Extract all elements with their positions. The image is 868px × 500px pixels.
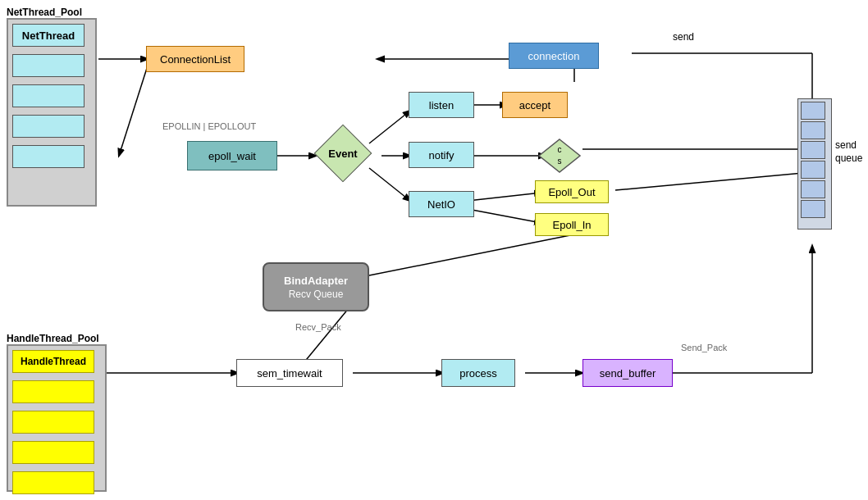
- connectionlist-box: ConnectionList: [146, 46, 244, 72]
- sq-item2: [801, 121, 825, 139]
- epoll-wait-box: epoll_wait: [187, 141, 277, 170]
- svg-line-15: [353, 234, 578, 279]
- epoll-out-box: Epoll_Out: [535, 180, 609, 203]
- sq-item6: [801, 200, 825, 218]
- send-buffer-box: send_buffer: [582, 359, 673, 387]
- netthread-box: NetThread: [12, 24, 85, 47]
- netio-box: NetIO: [409, 191, 474, 217]
- send-label: send: [673, 31, 694, 43]
- svg-marker-23: [539, 139, 580, 172]
- svg-line-1: [119, 66, 148, 156]
- svg-text:c: c: [558, 145, 562, 154]
- svg-line-14: [615, 172, 812, 190]
- handlethread-box2: [12, 380, 94, 403]
- notify-box: notify: [409, 142, 474, 168]
- listen-box: listen: [409, 92, 474, 118]
- netthread-box5: [12, 145, 85, 168]
- svg-text:s: s: [558, 157, 562, 166]
- send-pack-label: Send_Pack: [681, 343, 727, 352]
- sem-timewait-box: sem_timewait: [236, 359, 343, 387]
- sq-item4: [801, 161, 825, 179]
- cs-diamond: c s: [537, 138, 582, 174]
- connection-box: connection: [509, 43, 599, 69]
- recv-pack-label: Recv_Pack: [295, 322, 341, 332]
- handlethread-box3: [12, 411, 94, 434]
- net-pool-container: NetThread: [7, 18, 97, 207]
- sq-item1: [801, 102, 825, 120]
- handle-pool-container: HandleThread: [7, 344, 107, 492]
- svg-line-13: [468, 209, 541, 223]
- net-pool-label: NetThread_Pool: [7, 7, 82, 18]
- epoll-in-box: Epoll_In: [535, 213, 609, 236]
- netthread-box4: [12, 115, 85, 138]
- diagram: NetThread_Pool NetThread ConnectionList …: [0, 0, 868, 500]
- svg-line-12: [468, 193, 541, 201]
- process-box: process: [441, 359, 515, 387]
- arrows-svg: [0, 0, 868, 500]
- handlethread-box5: [12, 471, 94, 494]
- netthread-box2: [12, 54, 85, 77]
- sq-item5: [801, 180, 825, 198]
- netthread-box3: [12, 84, 85, 107]
- send-queue-stack: [797, 98, 832, 230]
- bind-adapter-label: BindAdapter: [284, 275, 348, 287]
- sq-item3: [801, 141, 825, 159]
- handle-pool-label: HandleThread_Pool: [7, 333, 99, 344]
- recv-queue-label: Recv Queue: [289, 289, 344, 300]
- accept-box: accept: [502, 92, 568, 118]
- handlethread-box: HandleThread: [12, 350, 94, 373]
- bind-adapter-box: BindAdapter Recv Queue: [263, 262, 369, 311]
- send-queue-label: sendqueue: [835, 139, 862, 165]
- epollin-label: EPOLLIN | EPOLLOUT: [162, 121, 256, 131]
- handlethread-box4: [12, 441, 94, 464]
- event-diamond: Event: [310, 133, 376, 174]
